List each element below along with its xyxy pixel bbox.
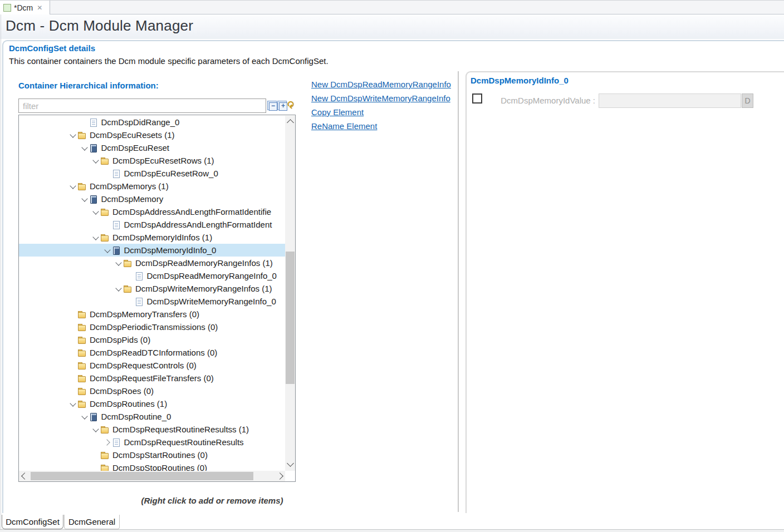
document-icon [90, 118, 98, 127]
chevron-right-icon[interactable] [102, 438, 112, 447]
chevron-spacer [125, 297, 135, 306]
tree-item-label: DcmDspRequestRoutineResultss (1) [112, 425, 249, 434]
folder-icon [78, 182, 86, 191]
tree-item[interactable]: DcmDspEcuResets (1) [19, 129, 286, 141]
refresh-icon[interactable]: ⟳ [285, 101, 296, 109]
tree-item[interactable]: DcmDspMemory [19, 193, 286, 205]
tree-item[interactable]: DcmDspEcuResetRows (1) [19, 154, 286, 167]
tree-item[interactable]: DcmDspWriteMemoryRangeInfo_0 [19, 295, 286, 308]
tree-item[interactable]: DcmDspDidRange_0 [19, 116, 286, 129]
horizontal-scrollbar[interactable] [19, 471, 285, 481]
chevron-spacer [68, 336, 78, 344]
container-icon [90, 195, 98, 204]
chevron-down-icon[interactable] [91, 425, 101, 434]
close-icon[interactable]: ✕ [37, 4, 42, 12]
chevron-down-icon[interactable] [68, 400, 78, 408]
tree-item[interactable]: DcmDspPeriodicTransmissions (0) [19, 321, 286, 333]
chevron-down-icon[interactable] [68, 182, 78, 191]
chevron-down-icon[interactable] [102, 246, 112, 255]
tree-item-label: DcmDspEcuResetRow_0 [124, 169, 218, 178]
tree-item-label: DcmDspPeriodicTransmissions (0) [90, 322, 218, 332]
tree-item-label: DcmDspEcuReset [101, 143, 170, 152]
chevron-spacer [80, 118, 90, 127]
tab-dcmgeneral[interactable]: DcmGeneral [64, 515, 120, 529]
tree-item-label: DcmDspReadMemoryRangeInfos (1) [135, 258, 273, 268]
tree-item-selected[interactable]: DcmDspMemoryIdInfo_0 [19, 244, 286, 257]
tree-item[interactable]: DcmDspRoutine_0 [19, 410, 286, 423]
chevron-spacer [91, 451, 101, 460]
bottom-strip [0, 529, 784, 532]
tree-item[interactable]: DcmDspMemorys (1) [19, 180, 286, 193]
action-link[interactable]: ReName Element [311, 120, 458, 134]
chevron-down-icon[interactable] [91, 233, 101, 242]
tree-item[interactable]: DcmDspReadMemoryRangeInfo_0 [19, 269, 286, 282]
tree-item[interactable]: DcmDspRequestRoutineResultss (1) [19, 423, 286, 436]
tree-item[interactable]: DcmDspWriteMemoryRangeInfos (1) [19, 282, 286, 295]
scroll-left-icon[interactable] [21, 472, 28, 480]
filter-input[interactable] [18, 98, 266, 113]
tree-panel-title: Container Hierarchical information: [18, 81, 159, 90]
default-value-button[interactable]: D [742, 93, 753, 108]
action-link[interactable]: New DcmDspReadMemoryRangeInfo [311, 78, 458, 92]
chevron-down-icon[interactable] [68, 131, 78, 140]
container-icon [90, 144, 98, 152]
document-icon [135, 272, 144, 280]
tree-item[interactable]: DcmDspAddressAndLengthFormatIdentifie [19, 205, 286, 218]
tab-dcmconfigset[interactable]: DcmConfigSet [2, 515, 63, 529]
vertical-scrollbar[interactable] [285, 116, 295, 471]
document-icon [112, 220, 121, 229]
scroll-up-icon[interactable] [287, 119, 294, 126]
tree-item[interactable]: DcmDspMemoryTransfers (0) [19, 308, 286, 321]
tree-item[interactable]: DcmDspEcuResetRow_0 [19, 167, 286, 180]
memory-id-value-label: DcmDspMemoryIdValue : [499, 96, 595, 105]
container-icon [112, 246, 121, 255]
tree-item[interactable]: DcmDspReadDTCInformations (0) [19, 346, 286, 359]
chevron-down-icon[interactable] [80, 195, 90, 204]
action-link[interactable]: Copy Element [311, 106, 458, 120]
action-link[interactable]: New DcmDspWriteMemoryRangeInfo [311, 92, 458, 106]
chevron-spacer [68, 310, 78, 319]
tree-item[interactable]: DcmDspAddressAndLengthFormatIdent [19, 218, 286, 231]
tree-item[interactable]: DcmDspStopRoutines (0) [19, 461, 286, 471]
scroll-right-icon[interactable] [276, 472, 283, 480]
chevron-down-icon[interactable] [91, 156, 101, 165]
tree-item-label: DcmDspStartRoutines (0) [112, 450, 208, 460]
tree-item[interactable]: DcmDspRequestControls (0) [19, 359, 286, 372]
hierarchy-tree[interactable]: DcmDspDidRange_0DcmDspEcuResets (1)DcmDs… [18, 115, 296, 482]
chevron-down-icon[interactable] [114, 259, 124, 268]
folder-icon [78, 400, 86, 408]
tree-item[interactable]: DcmDspStartRoutines (0) [19, 449, 286, 461]
folder-icon [78, 348, 86, 357]
folder-icon [101, 208, 109, 216]
vertical-scrollbar-thumb[interactable] [286, 252, 295, 384]
horizontal-scrollbar-thumb[interactable] [31, 472, 253, 480]
chevron-down-icon[interactable] [91, 208, 101, 216]
tree-item[interactable]: DcmDspReadMemoryRangeInfos (1) [19, 257, 286, 269]
folder-icon [78, 131, 86, 140]
chevron-down-icon[interactable] [114, 284, 124, 293]
editor-tab-dcm[interactable]: *Dcm ✕ [0, 1, 50, 14]
chevron-down-icon[interactable] [80, 412, 90, 421]
tree-item-label: DcmDspReadDTCInformations (0) [90, 348, 217, 357]
tree-item[interactable]: DcmDspRoes (0) [19, 385, 286, 397]
tree-item-label: DcmDspMemory [101, 194, 164, 204]
folder-icon [124, 259, 132, 268]
pane-divider [458, 71, 459, 512]
scroll-down-icon[interactable] [287, 460, 294, 467]
tree-item-label: DcmDspWriteMemoryRangeInfos (1) [135, 284, 272, 293]
chevron-down-icon[interactable] [80, 144, 90, 152]
tree-item[interactable]: DcmDspRoutines (1) [19, 397, 286, 410]
tree-item[interactable]: DcmDspPids (0) [19, 333, 286, 346]
memory-id-value-checkbox[interactable] [472, 93, 482, 104]
tree-item[interactable]: DcmDspRequestRoutineResults [19, 436, 286, 449]
folder-icon [101, 451, 109, 460]
page-title: Dcm - Dcm Module Manager [6, 17, 193, 35]
tree-item-label: DcmDspRoes (0) [90, 386, 154, 396]
tree-item[interactable]: DcmDspMemoryIdInfos (1) [19, 231, 286, 244]
form-editor-icon [3, 4, 11, 12]
tree-item[interactable]: DcmDspEcuReset [19, 141, 286, 154]
collapse-all-icon[interactable]: − [269, 102, 277, 111]
chevron-spacer [125, 272, 135, 280]
tree-item[interactable]: DcmDspRequestFileTransfers (0) [19, 372, 286, 385]
memory-id-value-input[interactable] [599, 93, 741, 108]
